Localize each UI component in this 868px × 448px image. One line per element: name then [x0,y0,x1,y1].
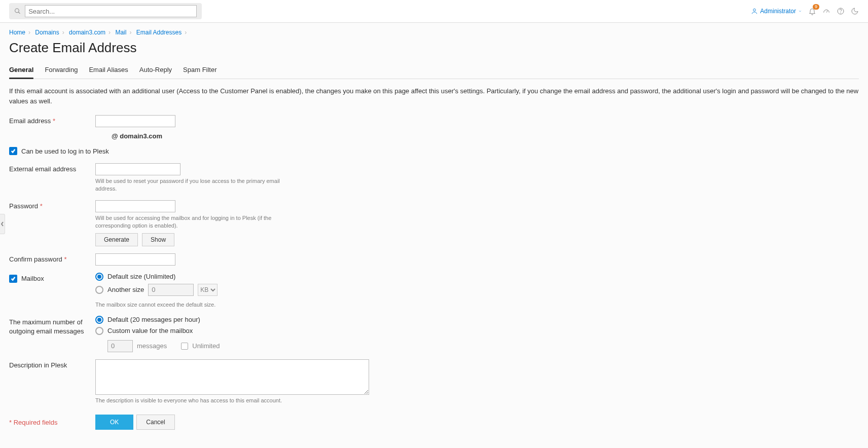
tab-aliases[interactable]: Email Aliases [89,63,128,79]
check-icon [11,148,16,154]
breadcrumb-domain[interactable]: domain3.com [69,29,105,36]
email-label: Email address [9,117,51,125]
outgoing-default-radio[interactable] [95,316,103,324]
tab-forwarding[interactable]: Forwarding [45,63,78,79]
required-note: * Required fields [9,415,95,426]
row-login-checkbox: Can be used to log in to Plesk [9,147,859,155]
chevron-down-icon [798,9,802,13]
main-content: Home› Domains› domain3.com› Mail› Email … [0,23,868,445]
breadcrumb-emails[interactable]: Email Addresses [136,29,182,36]
cancel-button[interactable]: Cancel [136,415,174,430]
password-label: Password [9,202,38,210]
outgoing-label: The maximum number of outgoing email mes… [9,316,95,336]
svg-point-5 [841,13,841,13]
user-icon [751,8,758,15]
gauge-icon [822,7,830,15]
external-email-label: External email address [9,163,95,173]
sidebar-toggle[interactable] [0,214,5,234]
tabs: General Forwarding Email Aliases Auto-Re… [9,63,859,79]
mailbox-checkbox[interactable] [9,275,17,283]
row-confirm-password: Confirm password * [9,253,859,266]
tab-autoreply[interactable]: Auto-Reply [139,63,172,79]
login-checkbox-label: Can be used to log in to Plesk [21,147,109,155]
password-hint: Will be used for accessing the mailbox a… [95,214,288,230]
moon-icon [851,7,859,15]
top-right: Administrator 9 [751,7,859,15]
confirm-password-input[interactable] [95,253,175,266]
performance-button[interactable] [822,7,830,15]
description-textarea[interactable] [95,359,369,395]
confirm-password-label: Confirm password [9,255,62,263]
svg-line-3 [826,11,828,13]
show-button[interactable]: Show [142,233,174,246]
mailbox-hint: The mailbox size cannot exceed the defau… [95,301,218,309]
domain-suffix: @ domain3.com [112,130,162,140]
help-button[interactable] [837,7,845,15]
row-description: Description in Plesk The description is … [9,359,859,404]
svg-point-0 [15,9,19,13]
generate-button[interactable]: Generate [95,233,138,246]
page-description: If this email account is associated with… [9,86,859,106]
external-email-input[interactable] [95,163,180,175]
mailbox-default-label: Default size (Unlimited) [107,273,175,280]
row-external-email: External email address Will be used to r… [9,163,859,193]
row-password: Password * Will be used for accessing th… [9,200,859,246]
login-checkbox[interactable] [9,147,17,155]
external-email-hint: Will be used to reset your password if y… [95,177,288,193]
mailbox-unit-select[interactable]: KB [198,284,218,296]
description-hint: The description is visible to everyone w… [95,397,288,404]
mailbox-another-label: Another size [107,286,144,293]
description-label: Description in Plesk [9,359,95,369]
unlimited-label: Unlimited [192,342,220,350]
outgoing-custom-label: Custom value for the mailbox [107,327,193,334]
help-icon [837,7,845,15]
unlimited-checkbox[interactable] [181,343,188,350]
user-menu[interactable]: Administrator [751,8,802,15]
breadcrumb: Home› Domains› domain3.com› Mail› Email … [9,29,859,36]
tab-general[interactable]: General [9,63,33,79]
password-input[interactable] [95,200,175,212]
search-icon [14,8,21,15]
footer-row: * Required fields OK Cancel [9,415,859,430]
search-box[interactable] [9,3,202,19]
row-outgoing: The maximum number of outgoing email mes… [9,316,859,352]
search-input[interactable] [25,5,197,17]
mailbox-another-radio[interactable] [95,286,103,294]
top-bar: Administrator 9 [0,0,868,23]
check-icon [11,276,16,281]
breadcrumb-home[interactable]: Home [9,29,25,36]
notifications-button[interactable]: 9 [808,7,816,15]
notification-badge: 9 [813,4,819,10]
row-mailbox: Mailbox Default size (Unlimited) Another… [9,273,859,309]
mailbox-label: Mailbox [21,275,44,282]
page-title: Create Email Address [9,40,859,56]
svg-point-2 [753,9,756,11]
row-email: Email address * @ domain3.com [9,115,859,140]
outgoing-messages-suffix: messages [137,342,167,350]
outgoing-custom-radio[interactable] [95,327,103,335]
mailbox-default-radio[interactable] [95,273,103,281]
user-name: Administrator [760,8,796,15]
breadcrumb-domains[interactable]: Domains [35,29,59,36]
email-input[interactable] [95,115,175,127]
mailbox-size-input[interactable] [148,284,194,296]
ok-button[interactable]: OK [95,415,133,430]
outgoing-value-input[interactable] [107,340,133,352]
breadcrumb-mail[interactable]: Mail [115,29,126,36]
svg-line-1 [18,12,20,14]
outgoing-default-label: Default (20 messages per hour) [107,316,200,323]
tab-spam[interactable]: Spam Filter [183,63,216,79]
theme-toggle[interactable] [851,7,859,15]
